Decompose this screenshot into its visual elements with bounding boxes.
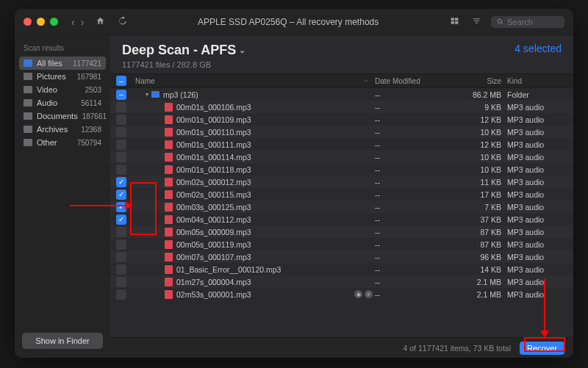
table-row[interactable]: 00m01s_000110.mp3--10 KBMP3 audio [110,126,573,138]
table-row[interactable]: 00m01s_000118.mp3--10 KBMP3 audio [110,163,573,176]
recover-button[interactable]: Recover [520,342,564,355]
row-kind: MP3 audio [507,103,573,112]
audio-file-icon [165,240,173,249]
sidebar-item-all-files[interactable]: All files1177421 [19,57,106,70]
row-checkbox[interactable]: ✓ [116,214,126,225]
table-row[interactable]: 00m01s_000109.mp3--12 KBMP3 audio [110,113,573,126]
folder-icon [24,99,32,107]
row-checkbox[interactable]: ✓ [116,202,126,212]
window-title: APPLE SSD AP0256Q – All recovery methods [137,17,440,27]
row-checkbox[interactable] [116,277,126,287]
hex-badge-icon[interactable]: # [365,290,373,298]
row-kind: MP3 audio [507,178,573,187]
view-mode-icon[interactable] [447,16,462,28]
file-name: 00m01s_000118.mp3 [176,165,251,174]
row-checkbox[interactable] [116,227,126,237]
row-kind: MP3 audio [507,265,573,274]
table-row[interactable]: ✓00m02s_000115.mp3--17 KBMP3 audio [110,188,573,201]
table-row[interactable]: ✓00m02s_000012.mp3--11 KBMP3 audio [110,176,573,188]
table-row[interactable]: 00m01s_000111.mp3--12 KBMP3 audio [110,138,573,151]
table-row[interactable]: –▾mp3 (126)--86.2 MBFolder [110,88,573,101]
row-name-cell: 00m03s_000125.mp3 [135,203,375,212]
history-icon[interactable] [115,16,129,28]
row-checkbox[interactable] [116,115,126,125]
row-size: 9 KB [456,103,507,112]
table-row[interactable]: 00m07s_000107.mp3--96 KBMP3 audio [110,250,573,263]
scan-subtitle: 1177421 files / 282.8 GB [122,60,245,69]
row-checkbox[interactable] [116,239,126,250]
sidebar-item-documents[interactable]: Documents187661 [19,109,106,123]
selected-count[interactable]: 4 selected [514,43,562,54]
file-name: 00m04s_000112.mp3 [176,215,251,224]
sidebar-item-count: 56114 [81,99,101,107]
settings-icon[interactable] [469,16,484,28]
table-row[interactable]: ✓00m04s_000112.mp3--37 KBMP3 audio [110,213,573,226]
row-checkbox[interactable] [116,127,126,137]
row-checkbox[interactable] [116,165,126,175]
select-all-checkbox[interactable]: – [116,76,126,86]
table-row[interactable]: 01m27s_000004.mp3--2.1 MBMP3 audio [110,275,573,288]
column-kind[interactable]: Kind [507,77,573,85]
scan-title[interactable]: Deep Scan - APFS ⌄ [122,43,245,58]
row-size: 14 KB [456,265,507,274]
column-name[interactable]: Name ^ [135,77,375,85]
row-checkbox[interactable] [116,289,126,300]
sidebar-item-audio[interactable]: Audio56114 [19,96,106,109]
search-input[interactable] [507,18,559,26]
nav-back-button[interactable]: ‹ [70,16,76,28]
row-date: -- [375,128,456,137]
file-name: mp3 (126) [163,90,198,99]
row-checkbox[interactable] [116,102,126,112]
row-name-cell: 00m07s_000107.mp3 [135,253,375,261]
file-name: 01_Basic_Error__000120.mp3 [176,265,281,274]
sidebar-item-label: Documents [37,112,78,120]
folder-icon [24,112,32,120]
table-row[interactable]: 02m53s_000001.mp3◉#--2.1 MBMP3 audio [110,288,573,300]
table-row[interactable]: 00m05s_000119.mp3--87 KBMP3 audio [110,238,573,250]
row-checkbox[interactable]: – [116,90,126,100]
sidebar-item-video[interactable]: Video2503 [19,83,106,96]
sidebar-item-count: 12368 [81,126,101,134]
row-size: 10 KB [456,165,507,174]
row-date: -- [375,140,456,149]
close-window-button[interactable] [24,18,32,26]
audio-file-icon [165,140,173,149]
row-checkbox[interactable]: ✓ [116,190,126,200]
search-field[interactable] [491,16,564,28]
row-checkbox[interactable] [116,252,126,262]
sidebar-item-other[interactable]: Other750794 [19,136,106,149]
show-in-finder-button[interactable]: Show in Finder [22,333,103,349]
sidebar-item-archives[interactable]: Archives12368 [19,123,106,136]
preview-badge-icon[interactable]: ◉ [354,290,362,298]
row-checkbox[interactable] [116,152,126,162]
table-row[interactable]: ✓00m03s_000125.mp3--7 KBMP3 audio [110,201,573,213]
file-name: 00m01s_000109.mp3 [176,115,251,124]
row-date: -- [375,240,456,249]
row-checkbox[interactable] [116,264,126,275]
audio-file-icon [165,103,173,112]
row-date: -- [375,253,456,261]
main-header: Deep Scan - APFS ⌄ 1177421 files / 282.8… [110,35,573,73]
column-date[interactable]: Date Modified [375,77,456,85]
search-icon [497,18,503,26]
home-icon[interactable] [93,16,107,28]
disclosure-icon[interactable]: ▾ [144,91,149,98]
row-size: 17 KB [456,190,507,199]
zoom-window-button[interactable] [50,18,58,26]
row-kind: MP3 audio [507,165,573,174]
minimize-window-button[interactable] [37,18,45,26]
row-date: -- [375,90,456,99]
row-date: -- [375,115,456,124]
row-checkbox[interactable] [116,140,126,150]
table-row[interactable]: 00m01s_000114.mp3--10 KBMP3 audio [110,151,573,163]
table-row[interactable]: 00m01s_000106.mp3--9 KBMP3 audio [110,101,573,113]
nav-forward-button[interactable]: › [79,16,86,28]
column-size[interactable]: Size [456,77,507,85]
sidebar-item-pictures[interactable]: Pictures167981 [19,70,106,83]
table-row[interactable]: 00m05s_000009.mp3--87 KBMP3 audio [110,226,573,238]
row-date: -- [375,278,456,286]
audio-file-icon [165,115,173,124]
table-row[interactable]: 01_Basic_Error__000120.mp3--14 KBMP3 aud… [110,263,573,275]
file-list[interactable]: –▾mp3 (126)--86.2 MBFolder00m01s_000106.… [110,88,573,337]
row-checkbox[interactable]: ✓ [116,177,126,187]
